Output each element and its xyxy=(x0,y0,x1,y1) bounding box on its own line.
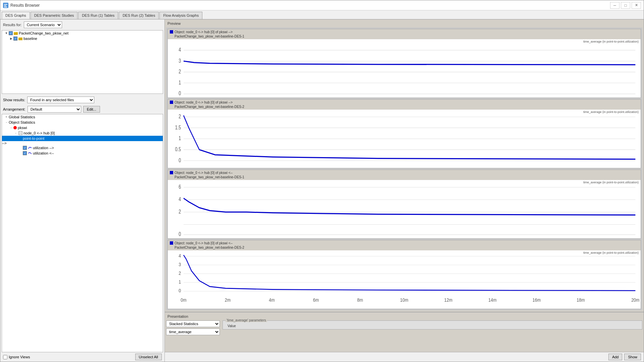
svg-rect-1 xyxy=(4,4,7,5)
presentation-stat-select[interactable]: time_average min max xyxy=(166,328,220,335)
chart-block-4: Object: node_0 <-> hub [0] of pkswi <-- … xyxy=(167,240,641,309)
chart-y-label-1: time_average (in point-to-point.utilizat… xyxy=(583,40,639,43)
add-button[interactable]: Add xyxy=(608,354,623,360)
params-group: 'time_average' parameters Value xyxy=(222,320,642,329)
chart-title-4: Object: node_0 <-> hub [0] of pkswi <-- … xyxy=(175,241,244,250)
maximize-button[interactable]: □ xyxy=(621,2,630,9)
chart-legend-3 xyxy=(170,171,173,174)
tree-item-global-stats[interactable]: + Global Statistics xyxy=(2,114,163,120)
arrangement-row: Arrangement: Default By Object By Statis… xyxy=(0,105,164,114)
folder-icon-baseline xyxy=(18,36,23,41)
svg-text:1: 1 xyxy=(179,135,181,141)
svg-text:0m: 0m xyxy=(181,298,186,303)
expander-baseline[interactable]: ▶ xyxy=(9,36,13,41)
chart-area-3: time_average (in point-to-point.utilizat… xyxy=(168,180,641,238)
right-panel: Preview Object: node_0 <-> hub [0] of pk… xyxy=(165,19,644,362)
tree-item-point-to-point[interactable]: - point-to-point xyxy=(2,136,163,141)
svg-rect-3 xyxy=(4,7,7,7)
charts-container: Object: node_0 <-> hub [0] of pkswi --> … xyxy=(166,27,642,310)
tree-item-packetchange[interactable]: ▼ ✓ PacketChange_two_pksw_net xyxy=(2,31,163,36)
icon-utilization-out xyxy=(28,145,32,150)
minimize-button[interactable]: ─ xyxy=(610,2,620,9)
chart-legend-4 xyxy=(170,241,173,245)
ignore-views-checkbox[interactable] xyxy=(3,355,7,359)
params-value-header: Value xyxy=(228,324,236,328)
svg-text:0: 0 xyxy=(179,90,181,97)
tree-item-utilization-out[interactable]: ✓ utilization --> xyxy=(2,145,163,150)
svg-text:6: 6 xyxy=(179,183,181,190)
svg-text:3: 3 xyxy=(179,262,181,267)
arrangement-label: Arrangement: xyxy=(3,107,26,111)
checkbox-utilization-in[interactable]: ✓ xyxy=(23,151,27,155)
tree-item-object-stats[interactable]: - Object Statistics xyxy=(2,120,163,125)
arrangement-select[interactable]: Default By Object By Statistic xyxy=(28,106,81,113)
chart-area-2: time_average (in point-to-point.utilizat… xyxy=(168,110,641,168)
tab-des-run-2[interactable]: DES Run (2) Tables xyxy=(119,12,159,19)
chart-header-1: Object: node_0 <-> hub [0] of pkswi --> … xyxy=(168,29,641,39)
main-layout: Results for: Current Scenario All Scenar… xyxy=(0,19,644,362)
svg-text:14m: 14m xyxy=(488,298,496,303)
expander-point-to-point[interactable]: - xyxy=(18,136,23,141)
chart-y-label-3: time_average (in point-to-point.utilizat… xyxy=(583,181,639,184)
svg-rect-2 xyxy=(4,5,6,6)
svg-text:18m: 18m xyxy=(577,298,585,303)
upper-tree-panel[interactable]: ▼ ✓ PacketChange_two_pksw_net ▶ ✓ baseli… xyxy=(2,30,163,94)
show-results-select[interactable]: Found in any selected files Found in all… xyxy=(27,97,94,103)
left-panel: Results for: Current Scenario All Scenar… xyxy=(0,19,165,362)
svg-text:1: 1 xyxy=(179,79,181,86)
checkbox-utilization-out[interactable]: ✓ xyxy=(23,146,27,150)
show-button[interactable]: Show xyxy=(624,354,641,360)
checkbox-baseline[interactable]: ✓ xyxy=(13,37,17,41)
label-object-stats: Object Statistics xyxy=(9,120,35,124)
expander-object-stats[interactable]: - xyxy=(4,120,9,125)
icon-utilization-in xyxy=(28,151,32,156)
expander-pkswi[interactable]: - xyxy=(9,125,13,130)
chart-legend-2 xyxy=(170,101,173,104)
expander-node0[interactable]: - xyxy=(13,131,18,135)
preview-section: Preview Object: node_0 <-> hub [0] of pk… xyxy=(165,19,644,312)
title-bar-controls: ─ □ ✕ xyxy=(610,2,641,9)
results-for-wrapper: Current Scenario All Scenarios xyxy=(24,21,62,28)
label-global-stats: Global Statistics xyxy=(9,115,35,119)
label-utilization-out: utilization --> xyxy=(33,146,54,150)
svg-text:4: 4 xyxy=(179,253,181,258)
chart-title-2: Object: node_0 <-> hub [0] of pkswi --> … xyxy=(175,100,244,109)
label-pkswi: pkswi xyxy=(18,126,27,130)
checkbox-packetchange[interactable]: ✓ xyxy=(9,31,13,35)
chart-area-1: time_average (in point-to-point.utilizat… xyxy=(168,39,641,98)
results-for-row: Results for: Current Scenario All Scenar… xyxy=(0,19,164,30)
svg-text:20m: 20m xyxy=(631,298,639,303)
label-node0: node_0 <-> hub [0] xyxy=(23,131,55,135)
svg-text:2: 2 xyxy=(179,68,181,75)
tab-des-graphs[interactable]: DES Graphs xyxy=(2,12,30,19)
tab-bar: DES Graphs DES Parametric Studies DES Ru… xyxy=(0,10,644,19)
expander-packetchange[interactable]: ▼ xyxy=(4,31,9,36)
presentation-type-select[interactable]: Stacked Statistics Overlaid Statistics xyxy=(166,320,220,327)
svg-text:0.5: 0.5 xyxy=(175,146,181,153)
presentation-left: Stacked Statistics Overlaid Statistics t… xyxy=(166,320,220,335)
action-bar: Add Show xyxy=(165,352,644,362)
tree-item-utilization-in[interactable]: ✓ utilization <-- xyxy=(2,150,163,156)
results-for-select[interactable]: Current Scenario All Scenarios xyxy=(24,21,62,28)
bottom-controls: Ignore Views Unselect All xyxy=(0,352,164,362)
tree-item-pkswi[interactable]: - pkswi xyxy=(2,125,163,130)
expander-global-stats[interactable]: + xyxy=(4,115,9,119)
tree-item-baseline[interactable]: ▶ ✓ baseline xyxy=(2,36,163,41)
tab-flow-analysis[interactable]: Flow Analysis Graphs xyxy=(159,12,202,19)
svg-rect-5 xyxy=(14,32,15,33)
tab-des-run-1[interactable]: DES Run (1) Tables xyxy=(78,12,118,19)
show-results-label: Show results: xyxy=(3,98,25,102)
unselect-all-button[interactable]: Unselect All xyxy=(135,354,162,360)
ignore-views-row: Ignore Views xyxy=(3,355,30,359)
icon-node0 xyxy=(18,131,23,135)
tree-label-baseline: baseline xyxy=(23,37,37,41)
svg-text:2: 2 xyxy=(179,208,181,215)
close-button[interactable]: ✕ xyxy=(632,2,641,9)
ignore-views-label: Ignore Views xyxy=(9,355,30,359)
tree-item-node0[interactable]: - node_0 <-> hub [0] xyxy=(2,130,163,136)
lower-tree-panel[interactable]: + Global Statistics - Object Statistics … xyxy=(2,114,163,352)
tab-des-parametric[interactable]: DES Parametric Studies xyxy=(31,12,78,19)
chart-svg-2: 2 1.5 1 0.5 0 xyxy=(168,110,641,168)
svg-text:8m: 8m xyxy=(357,298,363,303)
edit-button[interactable]: Edit... xyxy=(83,106,100,113)
